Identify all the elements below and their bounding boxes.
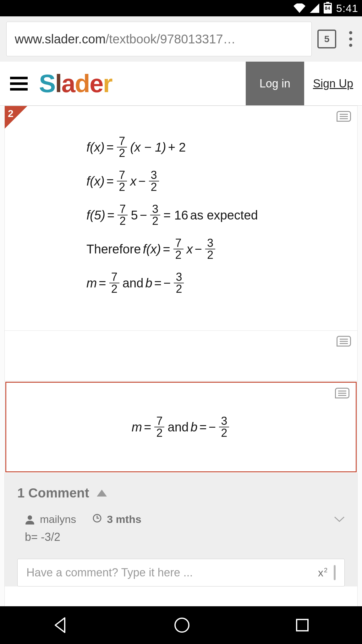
comment-icon[interactable] bbox=[335, 388, 349, 398]
tab-switcher-button[interactable]: 5 bbox=[317, 30, 336, 48]
battery-percent: 84 bbox=[325, 6, 331, 11]
blank-card bbox=[5, 331, 357, 381]
comment-input[interactable]: Have a comment? Type it here ... x2 bbox=[17, 559, 345, 586]
superscript-button[interactable]: x2 bbox=[318, 567, 327, 579]
comments-toggle[interactable]: 1 Comment bbox=[17, 486, 345, 501]
svg-rect-3 bbox=[297, 619, 308, 631]
comment-age: 3 mths bbox=[107, 513, 141, 525]
user-icon bbox=[25, 514, 35, 525]
collapse-icon bbox=[97, 490, 107, 497]
comment-icon[interactable] bbox=[337, 336, 351, 347]
comment-icon[interactable] bbox=[337, 111, 351, 122]
wifi-icon bbox=[293, 3, 305, 13]
url-path: /textbook/978013317… bbox=[106, 32, 236, 46]
address-bar[interactable]: www.slader.com/textbook/978013317… bbox=[6, 22, 312, 56]
comments-section: 1 Comment mailyns 3 mths bbox=[5, 473, 357, 586]
home-button[interactable] bbox=[173, 617, 190, 634]
android-status-bar: 84 5:41 bbox=[0, 0, 362, 16]
solution-step-card: 2 f(x) = 72 (x − 1) + 2 f(x) = 72 x bbox=[5, 106, 357, 331]
clock-icon bbox=[92, 513, 102, 525]
back-button[interactable] bbox=[52, 617, 69, 634]
page-content[interactable]: 2 f(x) = 72 (x − 1) + 2 f(x) = 72 x bbox=[0, 106, 362, 606]
final-answer-card: m = 72 and b = − 32 bbox=[5, 382, 357, 472]
comments-heading: 1 Comment bbox=[17, 486, 89, 501]
cell-signal-icon bbox=[310, 3, 319, 13]
signup-link[interactable]: Sign Up bbox=[304, 77, 362, 90]
step-number-badge: 2 bbox=[5, 106, 27, 129]
site-header: Slader Log in Sign Up bbox=[0, 62, 362, 106]
browser-toolbar: www.slader.com/textbook/978013317… 5 bbox=[0, 16, 362, 62]
scrollbar-indicator bbox=[334, 565, 336, 580]
chevron-down-icon[interactable] bbox=[334, 516, 345, 523]
android-navbar bbox=[0, 606, 362, 644]
comment-item: mailyns 3 mths b= -3/2 bbox=[17, 513, 345, 544]
comment-body: b= -3/2 bbox=[25, 530, 345, 544]
solution-math: f(x) = 72 (x − 1) + 2 f(x) = 72 x − 32 bbox=[86, 136, 338, 295]
comment-username[interactable]: mailyns bbox=[40, 513, 76, 525]
menu-button[interactable] bbox=[0, 77, 38, 91]
site-logo[interactable]: Slader bbox=[38, 69, 246, 98]
url-host: www.slader.com bbox=[15, 32, 106, 46]
status-clock: 5:41 bbox=[336, 2, 358, 14]
battery-icon: 84 bbox=[324, 3, 332, 14]
svg-point-2 bbox=[175, 618, 189, 632]
login-button[interactable]: Log in bbox=[246, 62, 304, 105]
tab-count: 5 bbox=[324, 34, 330, 44]
recents-button[interactable] bbox=[295, 618, 310, 633]
svg-point-0 bbox=[28, 515, 32, 520]
browser-menu-button[interactable] bbox=[342, 26, 359, 52]
comment-input-placeholder: Have a comment? Type it here ... bbox=[26, 566, 193, 579]
